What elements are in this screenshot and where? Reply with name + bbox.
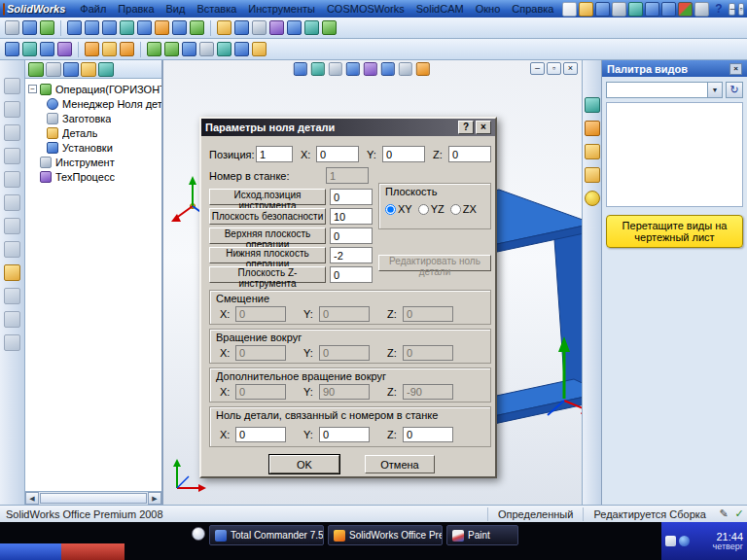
refresh-icon[interactable]: ↻ [726,82,743,98]
taskbar-button-total-commander[interactable]: Total Commander 7.5... [209,525,324,545]
circle-icon[interactable] [85,20,99,35]
menu-view[interactable]: Вид [161,1,191,17]
tool-start-position-input[interactable] [330,189,373,205]
tree-item-stock[interactable]: Заготовка [25,111,161,125]
spline-icon[interactable] [137,20,152,35]
zoom-tool-icon[interactable] [4,101,20,118]
plane-zx-radio[interactable]: ZX [450,203,477,215]
tree-item-techprocess[interactable]: ТехПроцесс [25,169,161,184]
file-explorer-icon[interactable] [585,144,600,159]
menu-edit[interactable]: Правка [113,1,159,17]
doc-restore-button[interactable]: ▫ [547,62,561,75]
line-icon[interactable] [67,20,82,35]
menu-tools[interactable]: Инструменты [243,1,320,17]
menu-window[interactable]: Окно [471,1,506,17]
taskbar-app-icon[interactable] [192,527,205,541]
save-icon[interactable] [595,2,610,17]
taskbar-button-paint[interactable]: Paint [446,525,518,545]
tool-z-plane-button[interactable]: Плоскость Z- инструмента [209,266,326,283]
minimize-button[interactable]: – [729,3,735,16]
position-z-input[interactable] [448,146,491,162]
doc-close-button[interactable]: × [563,62,578,75]
ok-button[interactable]: OK [269,455,339,473]
tab-dimxpert[interactable] [98,62,114,77]
appearance-icon[interactable] [416,62,430,76]
tray-volume-icon[interactable] [665,536,676,546]
scroll-left-icon[interactable]: ◀ [25,492,39,505]
tree-item-operation[interactable]: − Операция(ГОРИЗОНТАЛЬН [25,82,161,96]
tab-propertymanager[interactable] [63,62,79,77]
machine-zero-z-input[interactable] [403,427,453,442]
menu-help[interactable]: Справка [507,1,558,17]
tree-item-setups[interactable]: Установки [25,140,161,155]
plane-icon[interactable] [304,20,319,35]
tool-start-position-button[interactable]: Исход.позиция инструмента [209,189,326,205]
display-relations-icon[interactable] [269,20,284,35]
previous-view-icon[interactable] [329,62,342,76]
menu-cosmosworks[interactable]: COSMOSWorks [322,1,409,17]
extruded-boss-icon[interactable] [5,42,19,56]
plane-xy-radio[interactable]: XY [385,203,412,215]
note-tool-icon[interactable] [4,288,20,304]
machine-zero-x-input[interactable] [235,427,286,442]
dialog-close-icon[interactable]: × [476,121,491,134]
shell-icon[interactable] [199,42,214,56]
undo-icon[interactable] [645,2,659,17]
help-icon[interactable]: ? [711,2,726,17]
text-icon[interactable] [322,20,337,35]
lofted-boss-icon[interactable] [57,42,72,56]
pan-tool-icon[interactable] [4,148,20,164]
quick-snaps-icon[interactable] [287,20,302,35]
tray-network-icon[interactable] [679,536,690,546]
chevron-down-icon[interactable]: ▼ [707,83,722,97]
offset-icon[interactable] [190,20,204,35]
section-tool-icon[interactable] [4,194,20,211]
home-icon[interactable] [585,97,600,113]
print-preview-icon[interactable] [628,2,643,17]
menu-insert[interactable]: Вставка [192,1,241,17]
hide-show-items-icon[interactable] [399,62,412,76]
mirror-entities-icon[interactable] [217,20,231,35]
select-icon[interactable] [5,20,19,35]
rebuild-icon[interactable] [678,2,693,17]
taskbar-button-solidworks[interactable]: SolidWorks Office Pre... [328,525,443,545]
sketch-icon[interactable] [22,20,37,35]
restore-button[interactable]: ▫ [738,3,743,16]
design-library-icon[interactable] [585,121,600,136]
draft-icon[interactable] [217,42,231,56]
open-icon[interactable] [579,2,593,17]
smiley-face-icon[interactable] [585,191,600,206]
redo-icon[interactable] [661,2,676,17]
options-tool-icon[interactable] [4,334,20,351]
chamfer-icon[interactable] [164,42,179,56]
section-view-icon[interactable] [346,62,360,76]
position-y-input[interactable] [382,146,425,162]
move-entities-icon[interactable] [252,20,267,35]
convert-entities-icon[interactable] [172,20,187,35]
position-x-input[interactable] [316,146,359,162]
plane-yz-radio[interactable]: YZ [418,203,445,215]
fillet-icon[interactable] [147,42,161,56]
extruded-cut-icon[interactable] [85,42,99,56]
reference-geometry-icon[interactable] [252,42,267,56]
select-tool-icon[interactable] [4,78,20,94]
zoom-area-icon[interactable] [311,62,325,76]
rotate-tool-icon[interactable] [4,124,20,141]
menu-solidcam[interactable]: SolidCAM [411,1,469,17]
tool-z-plane-input[interactable] [330,266,373,283]
measure-tool-icon[interactable] [4,218,20,234]
tree-item-tool[interactable]: Инструмент [25,155,161,169]
previous-view-tool-icon[interactable] [4,171,20,188]
taskbar-clock[interactable]: 21:44 четверг [713,531,744,552]
tab-featuremanager[interactable] [46,62,61,77]
arc-icon[interactable] [120,20,134,35]
quick-launch-red[interactable] [61,543,124,560]
upper-plane-button[interactable]: Верхняя плоскость операции [209,228,326,244]
view-palette-combobox[interactable]: ▼ [606,82,723,98]
clearance-plane-input[interactable] [330,208,373,225]
palette-folder-icon[interactable] [585,167,600,183]
linear-pattern-icon[interactable] [234,42,249,56]
machine-zero-y-input[interactable] [319,427,370,442]
rib-icon[interactable] [182,42,196,56]
tree-item-part[interactable]: Деталь [25,125,161,140]
